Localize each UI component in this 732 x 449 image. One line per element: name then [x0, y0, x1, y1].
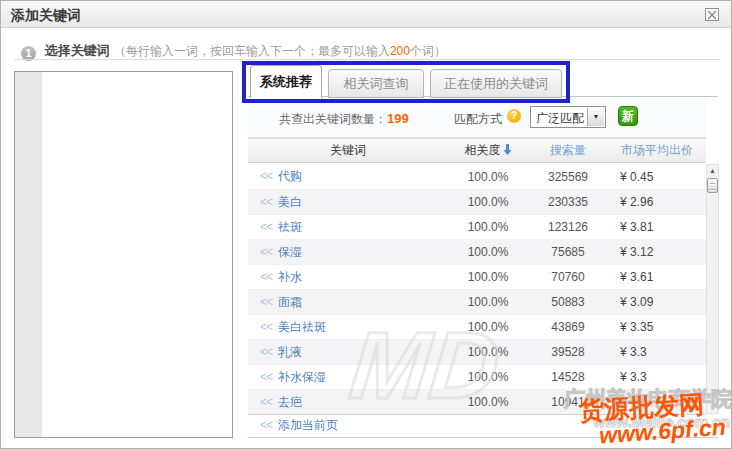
add-keyword-link[interactable]: <<补水	[260, 270, 302, 284]
search-volume-value: 230335	[528, 195, 608, 209]
search-volume-value: 10941	[528, 395, 608, 409]
chevron-down-icon[interactable]: ▼	[587, 108, 604, 126]
textarea-gutter	[15, 72, 42, 437]
add-keyword-link[interactable]: <<美白祛斑	[260, 320, 326, 334]
search-volume-value: 70760	[528, 270, 608, 284]
avg-bid-value: ¥ 3.35	[608, 320, 706, 334]
stats-bar: 共查出关键词数量：199 匹配方式 ? 广泛匹配 ▼ 新	[248, 98, 706, 138]
add-keywords-dialog: 添加关键词 1 选择关键词 （每行输入一词，按回车输入下一个；最多可以输入200…	[0, 0, 732, 449]
tab-system-recommend[interactable]: 系统推荐	[250, 65, 322, 98]
recommend-panel: 系统推荐 相关词查询 正在使用的关键词 共查出关键词数量：199 匹配方式 ? …	[248, 63, 718, 438]
keyword-input-box	[14, 71, 233, 438]
relevance-value: 100.0%	[448, 195, 528, 209]
add-arrows-icon: <<	[260, 320, 272, 334]
divider	[14, 59, 720, 60]
tab-keywords-in-use[interactable]: 正在使用的关键词	[430, 69, 562, 98]
relevance-value: 100.0%	[448, 370, 528, 384]
add-arrows-icon: <<	[260, 270, 272, 284]
footer-row: <<添加当前页	[248, 414, 706, 436]
table-row: <<代购 100.0% 325569 ¥ 0.45	[248, 164, 706, 189]
scrollbar-thumb[interactable]	[707, 178, 718, 193]
keyword-count: 共查出关键词数量：199	[279, 111, 409, 128]
relevance-value: 100.0%	[448, 320, 528, 334]
add-arrows-icon: <<	[260, 169, 272, 183]
search-volume-value: 75685	[528, 245, 608, 259]
search-volume-value: 325569	[528, 170, 608, 184]
add-arrows-icon: <<	[260, 395, 272, 409]
step-hint: （每行输入一词，按回车输入下一个；最多可以输入200个词）	[114, 44, 446, 58]
table-row: <<美白祛斑 100.0% 43869 ¥ 3.35	[248, 314, 706, 339]
tab-related-word-query[interactable]: 相关词查询	[328, 69, 424, 98]
avg-bid-value: ¥ 2.96	[608, 195, 706, 209]
add-keyword-link[interactable]: <<去疤	[260, 395, 302, 409]
relevance-value: 100.0%	[448, 170, 528, 184]
avg-bid-value: ¥ 3.3	[608, 370, 706, 384]
avg-bid-value: ¥ 3.09	[608, 295, 706, 309]
add-arrows-icon: <<	[260, 295, 272, 309]
header-avg-bid[interactable]: 市场平均出价	[608, 142, 706, 159]
table-row: <<保湿 100.0% 75685 ¥ 3.12	[248, 239, 706, 264]
add-keyword-link[interactable]: <<祛斑	[260, 220, 302, 234]
add-keyword-link[interactable]: <<面霜	[260, 295, 302, 309]
match-type-select[interactable]: 广泛匹配 ▼	[530, 106, 606, 128]
avg-bid-value: ¥ 3.61	[608, 270, 706, 284]
add-arrows-icon: <<	[260, 195, 272, 209]
add-arrows-icon: <<	[260, 370, 272, 384]
table-header: 关键词 相关度 搜索量 市场平均出价	[248, 138, 706, 163]
match-type-label: 匹配方式	[454, 111, 502, 128]
step-label: 选择关键词	[44, 43, 109, 58]
table-row: <<乳液 100.0% 39528 ¥ 3.3	[248, 339, 706, 364]
table-scrollbar[interactable]: ▲	[706, 164, 719, 414]
add-keyword-link[interactable]: <<乳液	[260, 345, 302, 359]
add-keyword-link[interactable]: <<代购	[260, 169, 302, 183]
relevance-value: 100.0%	[448, 345, 528, 359]
search-volume-value: 39528	[528, 345, 608, 359]
add-arrows-icon: <<	[260, 345, 272, 359]
table-row: <<祛斑 100.0% 123126 ¥ 3.81	[248, 214, 706, 239]
table-body: <<代购 100.0% 325569 ¥ 0.45 <<美白 100.0% 23…	[248, 164, 706, 414]
add-keyword-link[interactable]: <<美白	[260, 195, 302, 209]
match-type-value: 广泛匹配	[536, 110, 584, 127]
search-volume-value: 123126	[528, 220, 608, 234]
max-count-highlight: 200	[390, 44, 410, 58]
table-row: <<补水 100.0% 70760 ¥ 3.61	[248, 264, 706, 289]
header-keyword: 关键词	[248, 142, 448, 159]
relevance-value: 100.0%	[448, 245, 528, 259]
keyword-count-value: 199	[387, 111, 409, 126]
sort-desc-icon	[503, 144, 512, 158]
relevance-value: 100.0%	[448, 220, 528, 234]
search-volume-value: 50883	[528, 295, 608, 309]
thumb-ridge	[710, 183, 715, 185]
relevance-value: 100.0%	[448, 295, 528, 309]
dialog-titlebar: 添加关键词	[1, 1, 731, 28]
table-row: <<去疤 100.0% 10941	[248, 389, 706, 414]
tabs-bar: 系统推荐 相关词查询 正在使用的关键词	[248, 63, 718, 97]
avg-bid-value: ¥ 3.3	[608, 345, 706, 359]
add-keyword-link[interactable]: <<补水保湿	[260, 370, 326, 384]
search-volume-value: 14528	[528, 370, 608, 384]
header-relevance-sort[interactable]: 相关度	[448, 142, 528, 159]
step-heading: 1 选择关键词 （每行输入一词，按回车输入下一个；最多可以输入200个词）	[21, 41, 446, 59]
new-badge: 新	[618, 106, 638, 126]
thumb-ridge	[710, 189, 715, 191]
table-row: <<补水保湿 100.0% 14528 ¥ 3.3	[248, 364, 706, 389]
search-volume-value: 43869	[528, 320, 608, 334]
table-row: <<面霜 100.0% 50883 ¥ 3.09	[248, 289, 706, 314]
relevance-value: 100.0%	[448, 395, 528, 409]
add-keyword-link[interactable]: <<保湿	[260, 245, 302, 259]
keyword-textarea[interactable]	[42, 72, 232, 437]
table-row: <<美白 100.0% 230335 ¥ 2.96	[248, 189, 706, 214]
close-icon[interactable]	[705, 8, 719, 21]
add-arrows-icon: <<	[260, 220, 272, 234]
avg-bid-value: ¥ 3.12	[608, 245, 706, 259]
help-icon[interactable]: ?	[507, 109, 521, 123]
relevance-value: 100.0%	[448, 270, 528, 284]
avg-bid-value: ¥ 0.45	[608, 170, 706, 184]
header-search-volume[interactable]: 搜索量	[528, 142, 608, 159]
dialog-title: 添加关键词	[11, 7, 81, 25]
add-arrows-icon: <<	[260, 245, 272, 259]
add-arrows-icon: <<	[260, 418, 272, 432]
avg-bid-value: ¥ 3.81	[608, 220, 706, 234]
add-current-page-link[interactable]: <<添加当前页	[260, 418, 338, 432]
scroll-up-icon[interactable]: ▲	[707, 165, 718, 177]
